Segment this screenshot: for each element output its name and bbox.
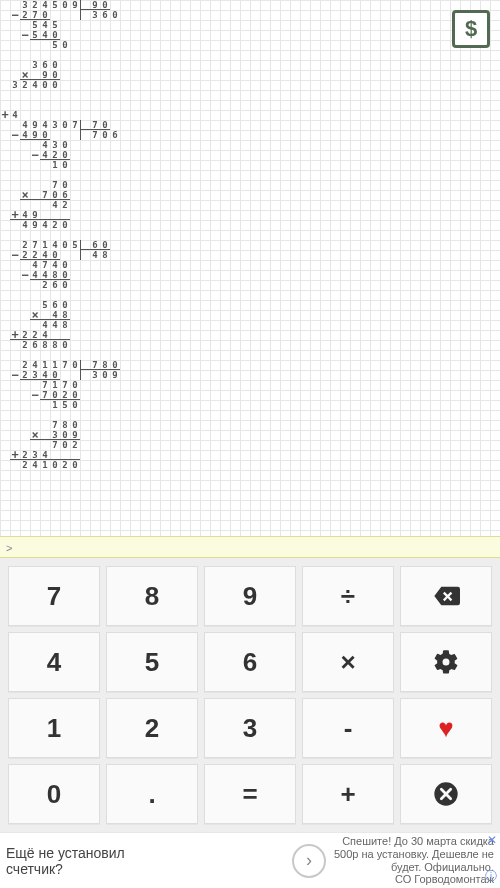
expression-display: >	[0, 536, 500, 558]
ad-body-1: 500р на установку. Дешевле не	[334, 848, 494, 861]
key-sub[interactable]: -	[302, 698, 394, 758]
key-9[interactable]: 9	[204, 566, 296, 626]
key-clear[interactable]	[400, 764, 492, 824]
key-mul[interactable]: ×	[302, 632, 394, 692]
key-3[interactable]: 3	[204, 698, 296, 758]
key-dot[interactable]: .	[106, 764, 198, 824]
key-eq[interactable]: =	[204, 764, 296, 824]
ad-sponsor: СО Горводомонтаж	[334, 873, 494, 886]
ad-info-icon[interactable]: ⓘ	[485, 868, 497, 885]
key-5[interactable]: 5	[106, 632, 198, 692]
grid-canvas[interactable]: 32450990−270360545−54050360×9032400+4494…	[0, 0, 500, 536]
ad-close-icon[interactable]: ✕	[487, 833, 497, 847]
ad-go-icon[interactable]: ›	[292, 844, 326, 878]
key-backspace[interactable]	[400, 566, 492, 626]
key-6[interactable]: 6	[204, 632, 296, 692]
key-add[interactable]: +	[302, 764, 394, 824]
key-7[interactable]: 7	[8, 566, 100, 626]
key-favorite[interactable]: ♥	[400, 698, 492, 758]
key-div[interactable]: ÷	[302, 566, 394, 626]
key-1[interactable]: 1	[8, 698, 100, 758]
key-settings[interactable]	[400, 632, 492, 692]
key-0[interactable]: 0	[8, 764, 100, 824]
ad-headline-2: счетчик?	[6, 861, 284, 877]
key-8[interactable]: 8	[106, 566, 198, 626]
ad-headline-1: Ещё не установил	[6, 845, 284, 861]
key-4[interactable]: 4	[8, 632, 100, 692]
money-icon[interactable]	[452, 10, 490, 48]
keypad: 789÷456×123-♥0.=+	[0, 558, 500, 832]
ad-banner[interactable]: Ещё не установил счетчик? › Спешите! До …	[0, 832, 500, 888]
ad-body-2: будет. Официально.	[334, 861, 494, 874]
ad-body-0: Спешите! До 30 марта скидка	[334, 835, 494, 848]
key-2[interactable]: 2	[106, 698, 198, 758]
